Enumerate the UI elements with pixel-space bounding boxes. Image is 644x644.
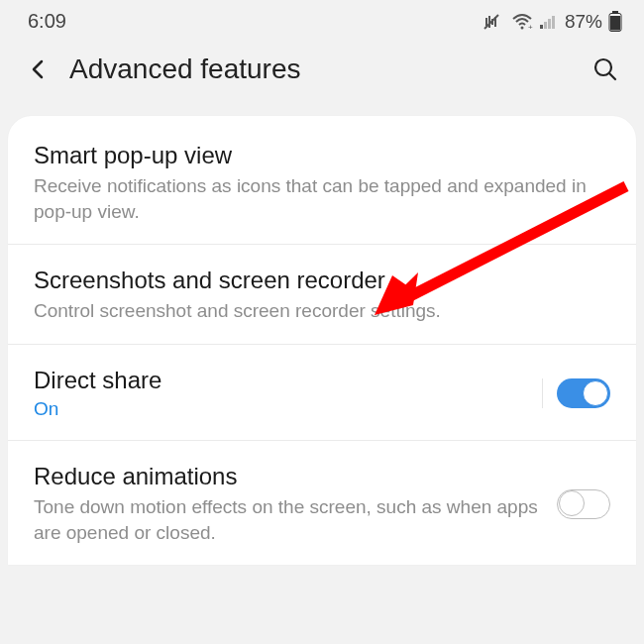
vibrate-mute-icon <box>483 12 505 32</box>
header: Advanced features <box>0 39 644 116</box>
svg-text:+: + <box>528 23 533 31</box>
chevron-left-icon <box>28 58 50 80</box>
search-icon <box>592 56 618 82</box>
item-title: Direct share <box>34 367 526 394</box>
item-title: Smart pop-up view <box>34 142 610 169</box>
svg-point-1 <box>520 26 523 29</box>
svg-rect-5 <box>548 19 551 29</box>
status-icons: + 87% <box>483 11 622 33</box>
svg-rect-3 <box>540 25 543 29</box>
svg-rect-9 <box>610 16 620 31</box>
page-title: Advanced features <box>69 54 589 85</box>
item-desc: Tone down motion effects on the screen, … <box>34 494 541 545</box>
search-button[interactable] <box>589 53 622 86</box>
reduce-animations-item[interactable]: Reduce animations Tone down motion effec… <box>8 441 636 565</box>
item-status: On <box>34 398 526 420</box>
direct-share-item[interactable]: Direct share On <box>8 345 636 441</box>
item-title: Reduce animations <box>34 463 541 490</box>
battery-icon <box>608 11 622 33</box>
status-time: 6:09 <box>28 10 66 33</box>
signal-icon <box>539 14 559 30</box>
back-button[interactable] <box>22 53 55 86</box>
wifi-icon: + <box>511 13 533 31</box>
item-title: Screenshots and screen recorder <box>34 267 610 294</box>
screenshots-recorder-item[interactable]: Screenshots and screen recorder Control … <box>8 245 636 345</box>
svg-line-11 <box>609 73 615 79</box>
settings-list: Smart pop-up view Receive notifications … <box>8 116 636 565</box>
smart-popup-view-item[interactable]: Smart pop-up view Receive notifications … <box>8 120 636 245</box>
svg-rect-4 <box>544 22 547 29</box>
reduce-animations-toggle[interactable] <box>557 489 610 519</box>
status-bar: 6:09 + 87% <box>0 0 644 39</box>
item-desc: Receive notifications as icons that can … <box>34 173 610 224</box>
direct-share-toggle[interactable] <box>557 378 610 408</box>
divider <box>542 378 543 408</box>
item-desc: Control screenshot and screen recorder s… <box>34 298 610 324</box>
svg-rect-6 <box>552 16 555 29</box>
battery-pct: 87% <box>565 11 602 33</box>
